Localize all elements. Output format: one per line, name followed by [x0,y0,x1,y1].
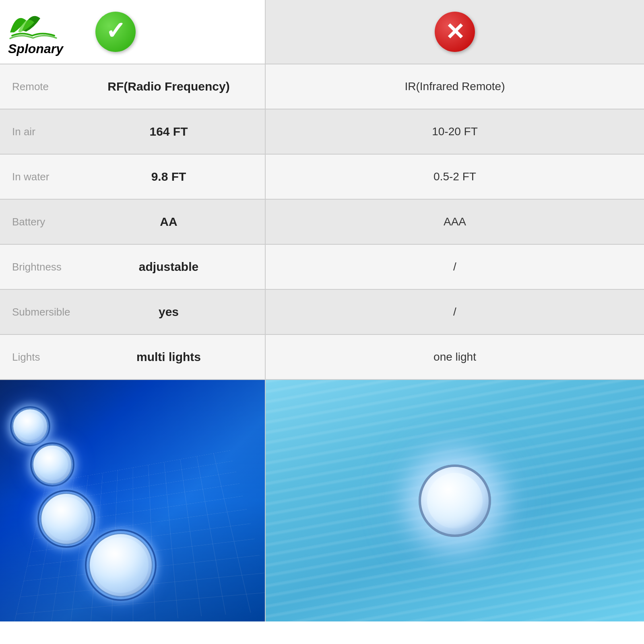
data-row-submersible: Submersible yes / [0,290,644,335]
led-rim-2 [30,442,74,487]
check-mark: ✓ [105,19,126,43]
value-right-remote: IR(Infrared Remote) [405,80,505,93]
right-section-inwater: 0.5-2 FT [266,155,644,199]
led-light-2 [32,444,72,485]
left-section-remote: Remote RF(Radio Frequency) [0,64,266,109]
right-section-brightness: / [266,245,644,289]
right-section-inair: 10-20 FT [266,109,644,154]
header-right: ✕ [266,0,644,64]
value-right-battery: AAA [444,215,466,228]
value-left-battery: AA [85,215,253,229]
data-row-lights: Lights multi lights one light [0,335,644,380]
label-submersible: Submersible [12,306,85,318]
header-left-brand: Splonary ✓ [0,0,266,64]
led-light-3 [40,493,93,545]
value-left-inwater: 9.8 FT [85,170,253,184]
label-remote: Remote [12,80,85,93]
right-section-submersible: / [266,290,644,334]
right-section-battery: AAA [266,200,644,244]
value-left-submersible: yes [85,305,253,319]
single-led-light [419,464,491,537]
value-left-lights: multi lights [85,350,253,364]
right-section-lights: one light [266,335,644,379]
led-light-4 [89,533,153,597]
data-row-battery: Battery AA AAA [0,200,644,245]
left-section-submersible: Submersible yes [0,290,266,334]
x-circle: ✕ [435,12,475,52]
value-right-submersible: / [453,305,456,318]
check-icon-container: ✓ [95,12,136,52]
left-section-brightness: Brightness adjustable [0,245,266,289]
right-section-remote: IR(Infrared Remote) [266,64,644,109]
data-row-brightness: Brightness adjustable / [0,245,644,290]
left-section-battery: Battery AA [0,200,266,244]
label-inair: In air [12,126,85,138]
image-single-light [266,380,644,621]
value-right-inair: 10-20 FT [432,125,478,138]
led-light-1 [12,408,48,444]
left-section-lights: Lights multi lights [0,335,266,379]
value-right-lights: one light [433,351,476,363]
data-row-remote: Remote RF(Radio Frequency) IR(Infrared R… [0,64,644,109]
check-circle: ✓ [95,12,136,52]
left-section-inair: In air 164 FT [0,109,266,154]
led-rim-1 [10,406,50,446]
led-rim-4 [85,529,157,601]
value-right-inwater: 0.5-2 FT [433,170,476,183]
value-left-remote: RF(Radio Frequency) [85,80,253,93]
image-row [0,380,644,621]
data-row-inair: In air 164 FT 10-20 FT [0,109,644,155]
value-left-inair: 164 FT [85,125,253,138]
label-lights: Lights [12,351,85,363]
value-left-brightness: adjustable [85,260,253,274]
label-battery: Battery [12,216,85,228]
label-inwater: In water [12,171,85,183]
brand-logo [8,7,60,39]
label-brightness: Brightness [12,261,85,273]
x-mark: ✕ [445,20,465,43]
left-section-inwater: In water 9.8 FT [0,155,266,199]
led-rim-3 [37,490,95,548]
value-right-brightness: / [453,260,456,273]
logo-container: Splonary [8,7,63,56]
image-multi-lights [0,380,266,621]
header-row: Splonary ✓ ✕ [0,0,644,64]
brand-name: Splonary [8,41,63,56]
data-row-inwater: In water 9.8 FT 0.5-2 FT [0,155,644,200]
